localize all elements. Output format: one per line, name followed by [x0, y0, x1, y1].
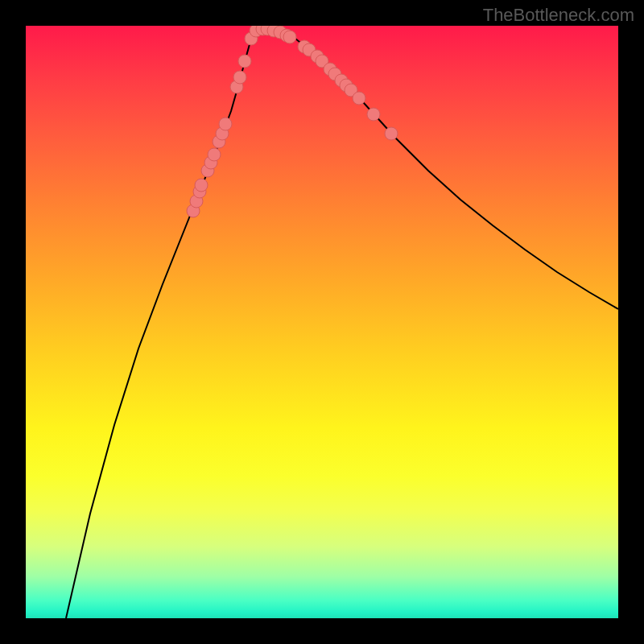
data-dot [208, 148, 221, 161]
data-dot [367, 108, 380, 121]
bottleneck-curve [66, 29, 618, 618]
plot-area [26, 26, 618, 618]
watermark-text: TheBottleneck.com [483, 5, 634, 26]
data-dots [187, 26, 398, 217]
chart-svg [26, 26, 618, 618]
data-dot [353, 92, 365, 105]
data-dot [238, 55, 251, 68]
data-dot [195, 179, 208, 192]
data-dot [219, 118, 232, 130]
data-dot [385, 127, 398, 140]
data-dot [283, 31, 296, 43]
data-dot [233, 71, 246, 84]
